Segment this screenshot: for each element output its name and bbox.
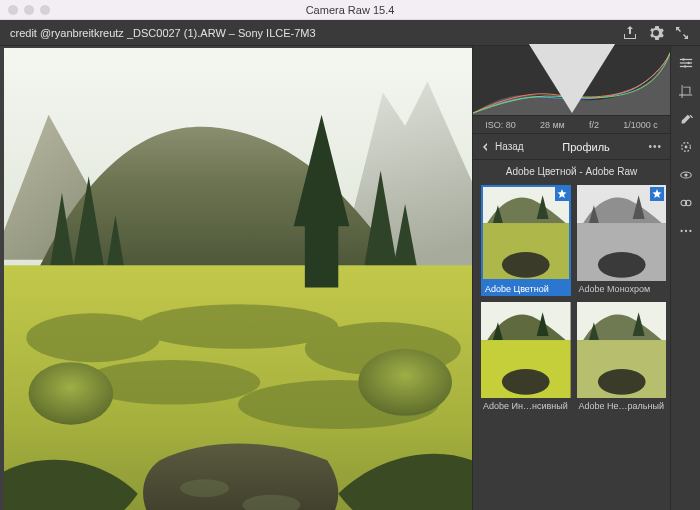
- svg-point-22: [502, 369, 550, 395]
- presets-icon[interactable]: [679, 196, 693, 210]
- content: ISO: 80 28 мм f/2 1/1000 с Назад Профиль…: [0, 46, 700, 510]
- svg-point-39: [684, 230, 686, 232]
- mask-icon[interactable]: [679, 140, 693, 154]
- more-tools-icon[interactable]: [679, 224, 693, 238]
- back-label: Назад: [495, 141, 524, 152]
- profile-grid: Adobe Цветной Adobe Монохром Adobe Ин…нс…: [473, 181, 670, 510]
- histogram-marker-icon: [473, 44, 670, 113]
- svg-point-38: [680, 230, 682, 232]
- exif-aperture: f/2: [589, 120, 599, 130]
- svg-rect-29: [679, 62, 691, 63]
- redeye-icon[interactable]: [679, 168, 693, 182]
- file-title: credit @ryanbreitkreutz _DSC0027 (1).ARW…: [10, 27, 612, 39]
- profile-thumb[interactable]: Adobe Цветной: [481, 185, 571, 296]
- svg-rect-31: [679, 66, 691, 67]
- svg-point-7: [29, 362, 114, 424]
- exif-row: ISO: 80 28 мм f/2 1/1000 с: [473, 116, 670, 134]
- close-dot[interactable]: [8, 5, 18, 15]
- edit-icon[interactable]: [679, 56, 693, 70]
- heal-icon[interactable]: [679, 112, 693, 126]
- svg-point-19: [597, 252, 645, 278]
- right-column: ISO: 80 28 мм f/2 1/1000 с Назад Профиль…: [472, 46, 700, 510]
- window-controls[interactable]: [8, 5, 50, 15]
- profile-group-title: Adobe Цветной - Adobe Raw: [473, 160, 670, 181]
- svg-point-2: [26, 313, 160, 362]
- profile-label: Adobe Ин…нсивный: [481, 398, 571, 413]
- svg-rect-27: [679, 59, 691, 60]
- zoom-dot[interactable]: [40, 5, 50, 15]
- back-button[interactable]: Назад: [481, 141, 524, 152]
- svg-point-35: [684, 173, 687, 176]
- profile-label: Adobe Не…ральный: [577, 398, 667, 413]
- tool-strip: [670, 46, 700, 510]
- profile-thumb[interactable]: Adobe Монохром: [577, 185, 667, 296]
- svg-point-8: [358, 349, 452, 416]
- panel-header: Назад Профиль •••: [473, 134, 670, 160]
- fullscreen-icon[interactable]: [674, 25, 690, 41]
- profile-thumb[interactable]: Adobe Не…ральный: [577, 302, 667, 413]
- svg-point-16: [502, 252, 550, 278]
- minimize-dot[interactable]: [24, 5, 34, 15]
- gear-icon[interactable]: [648, 25, 664, 41]
- exif-iso: ISO: 80: [485, 120, 516, 130]
- crop-icon[interactable]: [679, 84, 693, 98]
- panel-wrap: ISO: 80 28 мм f/2 1/1000 с Назад Профиль…: [473, 46, 670, 510]
- histogram[interactable]: [473, 46, 670, 116]
- svg-point-33: [684, 146, 687, 149]
- export-icon[interactable]: [622, 25, 638, 41]
- app-frame: credit @ryanbreitkreutz _DSC0027 (1).ARW…: [0, 20, 700, 510]
- exif-focal: 28 мм: [540, 120, 565, 130]
- image-canvas[interactable]: [0, 46, 472, 510]
- exif-shutter: 1/1000 с: [623, 120, 658, 130]
- svg-point-40: [689, 230, 691, 232]
- window-title: Camera Raw 15.4: [306, 4, 395, 16]
- svg-point-25: [597, 369, 645, 395]
- panel-more-button[interactable]: •••: [648, 141, 662, 152]
- svg-point-11: [180, 479, 229, 497]
- topbar: credit @ryanbreitkreutz _DSC0027 (1).ARW…: [0, 20, 700, 46]
- arrow-left-icon: [481, 142, 491, 152]
- preview-image: [4, 48, 472, 510]
- mac-titlebar: Camera Raw 15.4: [0, 0, 700, 20]
- profile-thumb[interactable]: Adobe Ин…нсивный: [481, 302, 571, 413]
- panel-title: Профиль: [530, 141, 643, 153]
- profile-label: Adobe Монохром: [577, 281, 667, 296]
- profile-label: Adobe Цветной: [481, 281, 571, 296]
